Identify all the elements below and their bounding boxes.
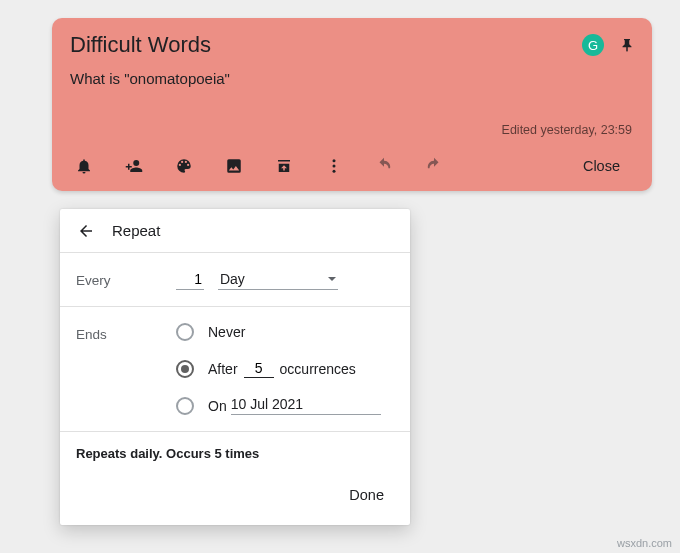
- ends-after-option[interactable]: After occurrences: [176, 359, 394, 378]
- done-button[interactable]: Done: [341, 479, 392, 511]
- after-prefix: After: [208, 361, 238, 377]
- note-toolbar: Close: [52, 147, 652, 191]
- note-body[interactable]: What is "onomatopoeia": [52, 62, 652, 93]
- popup-title: Repeat: [112, 222, 160, 239]
- note-card: Difficult Words G What is "onomatopoeia"…: [52, 18, 652, 191]
- unit-select[interactable]: Day: [218, 269, 338, 290]
- every-content: Day: [176, 269, 394, 290]
- edited-timestamp: Edited yesterday, 23:59: [52, 93, 652, 147]
- more-icon[interactable]: [314, 148, 354, 184]
- after-suffix: occurrences: [280, 361, 356, 377]
- header-actions: G: [582, 34, 636, 56]
- every-row: Every Day: [60, 253, 410, 307]
- ends-label: Ends: [76, 323, 176, 415]
- palette-icon[interactable]: [164, 148, 204, 184]
- svg-point-2: [333, 170, 336, 173]
- unit-label: Day: [220, 271, 245, 287]
- occurrences-input[interactable]: [244, 359, 274, 378]
- note-header: Difficult Words G: [52, 18, 652, 62]
- repeat-summary: Repeats daily. Occurs 5 times: [60, 432, 410, 471]
- ends-options: Never After occurrences On 10 Jul 2021: [176, 323, 394, 415]
- reminder-icon[interactable]: [64, 148, 104, 184]
- radio-icon: [176, 397, 194, 415]
- radio-icon: [176, 323, 194, 341]
- svg-point-1: [333, 165, 336, 168]
- collaborator-icon[interactable]: [114, 148, 154, 184]
- never-label: Never: [208, 324, 245, 340]
- svg-point-0: [333, 159, 336, 162]
- archive-icon[interactable]: [264, 148, 304, 184]
- end-date-select[interactable]: 10 Jul 2021: [231, 396, 381, 415]
- popup-footer: Done: [60, 471, 410, 525]
- grammarly-letter: G: [588, 38, 598, 53]
- on-prefix: On: [208, 398, 227, 414]
- chevron-down-icon: [328, 277, 336, 281]
- back-icon[interactable]: [74, 222, 98, 240]
- interval-input[interactable]: [176, 269, 204, 290]
- image-icon[interactable]: [214, 148, 254, 184]
- repeat-popup: Repeat Every Day Ends Never After occurr…: [60, 209, 410, 525]
- pin-icon[interactable]: [618, 36, 636, 54]
- radio-icon: [176, 360, 194, 378]
- grammarly-icon[interactable]: G: [582, 34, 604, 56]
- redo-icon[interactable]: [414, 148, 454, 184]
- undo-icon[interactable]: [364, 148, 404, 184]
- watermark: wsxdn.com: [617, 537, 672, 549]
- ends-on-option[interactable]: On 10 Jul 2021: [176, 396, 394, 415]
- every-label: Every: [76, 269, 176, 290]
- ends-never-option[interactable]: Never: [176, 323, 394, 341]
- close-button[interactable]: Close: [569, 150, 634, 182]
- ends-row: Ends Never After occurrences On 10 Jul 2…: [60, 307, 410, 432]
- end-date-value: 10 Jul 2021: [231, 396, 303, 412]
- popup-header: Repeat: [60, 209, 410, 253]
- note-title[interactable]: Difficult Words: [70, 32, 582, 58]
